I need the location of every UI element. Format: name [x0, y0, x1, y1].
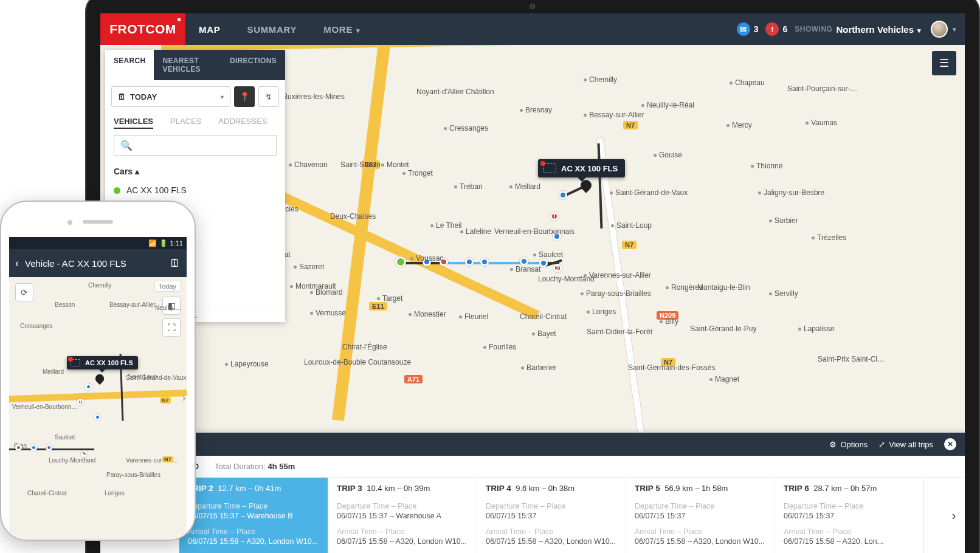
tab-search[interactable]: SEARCH: [105, 50, 154, 80]
today-tag[interactable]: Today: [154, 281, 181, 292]
phone-header: ‹ Vehicle - AC XX 100 FLS 🗓: [9, 249, 187, 277]
search-subtabs: VEHICLES PLACES ADDRESSES: [105, 113, 285, 135]
phone-map[interactable]: ⟳ Today ◧ ⛶ Chemilly Besson Bessay-sur-A…: [9, 277, 187, 540]
map-town: Cressanges: [444, 124, 488, 132]
calendar-icon[interactable]: 🗓: [170, 257, 181, 270]
map-area[interactable]: 2 ! AC XX 100 FLS E62 N7 N7 N7 E11 A71: [100, 45, 965, 553]
tab-nearest[interactable]: NEAREST VEHICLES: [154, 50, 221, 80]
chevron-down-icon[interactable]: ▾: [953, 26, 956, 33]
waypoint[interactable]: [520, 257, 528, 266]
waypoint[interactable]: [85, 383, 92, 390]
waypoint-alert[interactable]: [15, 444, 22, 451]
map-town: Chirat-l'Église: [342, 343, 387, 351]
search-input[interactable]: 🔍: [114, 135, 277, 156]
waypoint-warning[interactable]: !: [77, 399, 84, 405]
wifi-icon: 📶: [148, 239, 157, 247]
trips-close[interactable]: ✕: [944, 438, 956, 450]
back-button[interactable]: ‹: [15, 257, 19, 270]
map-town: Saint-Gérand-le-Puy: [690, 325, 756, 333]
mail-badge[interactable]: ✉3: [737, 22, 759, 36]
map-town: Montet: [381, 160, 409, 169]
laptop-screen: FROTCOM MAP SUMMARY MORE▾ ✉3 !6 SHOWING …: [100, 13, 965, 553]
waypoint-stop[interactable]: 2: [81, 450, 88, 457]
waypoint-stop[interactable]: 2: [553, 264, 562, 272]
map-town: Bayet: [532, 329, 556, 338]
route-mode-button[interactable]: ↯: [258, 86, 279, 107]
tab-directions[interactable]: DIRECTIONS: [221, 50, 285, 80]
vehicle-group[interactable]: Cars ▴: [105, 162, 285, 181]
alert-badge[interactable]: !6: [765, 22, 787, 36]
waypoint[interactable]: [30, 444, 37, 451]
waypoint[interactable]: [480, 258, 489, 266]
topbar: FROTCOM MAP SUMMARY MORE▾ ✉3 !6 SHOWING …: [100, 13, 965, 45]
nav-map[interactable]: MAP: [185, 24, 233, 35]
map-town: Saint-Loup: [611, 221, 652, 230]
route-segment: [441, 262, 544, 264]
trip-card[interactable]: TRIP 6 28.7 km – 0h 57m Departure Time –…: [775, 478, 924, 553]
map-town: Saint-Loup: [128, 373, 157, 380]
map-town: Lapalisse: [798, 325, 835, 333]
panel-tabs: SEARCH NEAREST VEHICLES DIRECTIONS: [105, 50, 285, 80]
map-town: Chapeau: [730, 78, 765, 87]
map-scroll-right[interactable]: ›: [182, 393, 185, 404]
phone-screen: 📶 🔋 1:11 ‹ Vehicle - AC XX 100 FLS 🗓 ⟳ T…: [9, 237, 187, 540]
trip-card[interactable]: TRIP 4 9.6 km – 0h 38m Departure Time – …: [477, 478, 626, 553]
map-town: Montaigu-le-Blin: [697, 283, 750, 292]
trips-next[interactable]: ›: [943, 478, 965, 553]
waypoint[interactable]: [465, 258, 474, 266]
waypoint[interactable]: [46, 444, 52, 451]
map-town: Varennes-sur-Allier: [584, 271, 651, 280]
map-town: Sazeret: [294, 263, 324, 271]
trip-card[interactable]: TRIP 3 10.4 km – 0h 39m Departure Time –…: [328, 478, 477, 553]
map-town: Fourilles: [483, 343, 516, 351]
nav-summary[interactable]: SUMMARY: [233, 24, 310, 35]
waypoint-warning[interactable]: !: [550, 212, 559, 221]
map-town: Besson: [55, 301, 75, 308]
laptop-frame: FROTCOM MAP SUMMARY MORE▾ ✉3 !6 SHOWING …: [85, 0, 980, 553]
trip-card[interactable]: TRIP 5 56.9 km – 1h 58m Departure Time –…: [626, 478, 775, 553]
vehicle-row[interactable]: AC XX 100 FLS: [105, 181, 285, 199]
trip-card[interactable]: TRIP 2 12.7 km – 0h 41m Departure Time –…: [179, 478, 328, 553]
refresh-button[interactable]: ⟳: [15, 283, 33, 301]
subtab-vehicles[interactable]: VEHICLES: [114, 117, 153, 129]
trips-view-all[interactable]: ⤢View all trips: [878, 440, 933, 449]
chevron-up-icon: ▴: [135, 167, 139, 176]
truck-icon: [71, 359, 80, 366]
map-town: Meillard: [509, 182, 540, 191]
map-town: Gouise: [654, 151, 682, 159]
trips-options[interactable]: ⚙Options: [829, 440, 868, 449]
vehicle-pin[interactable]: [94, 373, 106, 385]
subtab-addresses[interactable]: ADDRESSES: [218, 117, 267, 129]
pin-mode-button[interactable]: 📍: [234, 86, 255, 107]
map-town: Saint-Sornin: [340, 160, 381, 169]
battery-icon: 🔋: [159, 239, 168, 247]
trip-cards: 0h 26m Place Warehouse A TRIP 2 12.7 km …: [100, 478, 965, 553]
nav-more[interactable]: MORE▾: [310, 24, 374, 35]
subtab-places[interactable]: PLACES: [170, 117, 201, 129]
waypoint-start[interactable]: [395, 256, 406, 267]
map-town: Paray-sous-Briailles: [581, 289, 651, 298]
map-town: Buxières-les-Mines: [283, 92, 345, 101]
vehicle-marker[interactable]: AC XX 100 FLS: [538, 159, 625, 177]
map-menu-button[interactable]: ☰: [932, 51, 956, 75]
date-picker[interactable]: 🗓TODAY: [111, 86, 230, 107]
user-avatar[interactable]: [931, 21, 948, 38]
waypoint[interactable]: [94, 414, 101, 421]
road-label: A71: [404, 375, 423, 383]
map-town: Voussac: [410, 254, 443, 263]
map-town: Chavenon: [289, 160, 328, 169]
expand-icon: ⤢: [878, 440, 885, 449]
vehicle-marker[interactable]: AC XX 100 FLS: [67, 356, 138, 369]
road-label: N7: [623, 121, 638, 129]
filter-dropdown[interactable]: Northern Vehicles▾: [836, 24, 921, 35]
status-dot: [114, 187, 120, 194]
map-town: Treban: [454, 182, 483, 191]
brand-logo[interactable]: FROTCOM: [100, 13, 185, 45]
waypoint[interactable]: [559, 191, 567, 199]
road-label: N7: [622, 241, 637, 249]
map-town: Cressanges: [20, 323, 52, 329]
map-town: Chareil-Cintrat: [520, 312, 567, 321]
fullscreen-button[interactable]: ⛶: [162, 318, 181, 337]
map-town: Chemilly: [88, 282, 111, 289]
map-town: Saint-Germain-des-Fossés: [628, 363, 715, 372]
